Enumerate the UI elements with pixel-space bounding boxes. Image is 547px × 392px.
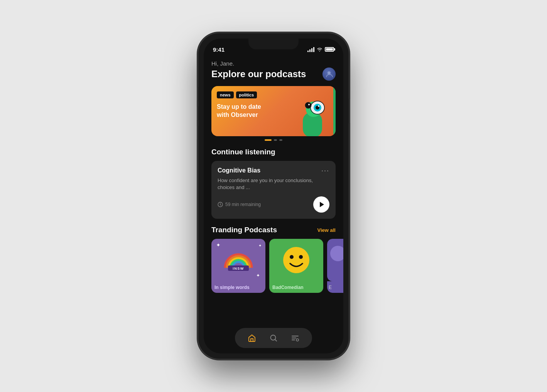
featured-card[interactable]: news politics Stay up to date with Obser… <box>211 86 336 136</box>
svg-point-13 <box>290 255 294 259</box>
insw-thumbnail: ✦ ✦ ✦ <box>211 239 265 281</box>
nav-pill <box>235 328 312 348</box>
status-icons <box>307 47 334 52</box>
view-all-button[interactable]: View all <box>317 227 336 233</box>
time-remaining: 59 min remaining <box>218 202 261 207</box>
explore-title-text: Explore our podcasts <box>211 69 306 79</box>
third-card-graphic <box>330 246 344 261</box>
podcast-description: How confident are you in your conclusion… <box>218 177 329 191</box>
play-button[interactable] <box>313 196 329 213</box>
featured-text-area: news politics Stay up to date with Obser… <box>211 86 289 136</box>
character-illustration <box>291 86 334 136</box>
svg-point-6 <box>318 105 319 107</box>
more-options-button[interactable]: ··· <box>321 167 329 174</box>
greeting-text: Hi, Jane. <box>211 60 336 67</box>
podcast-card-badcomedian[interactable]: BadComedian <box>269 239 323 293</box>
playlist-icon <box>291 334 299 342</box>
explore-title: Explore our podcasts <box>211 68 336 81</box>
listening-card[interactable]: Cognitive Bias ··· How confident are you… <box>211 161 336 219</box>
svg-point-7 <box>305 102 311 108</box>
clock-icon <box>218 202 223 207</box>
smiley-illustration <box>282 246 310 274</box>
tagline-line2: with Observer <box>217 112 258 118</box>
podcast-card-insw[interactable]: ✦ ✦ ✦ <box>211 239 265 293</box>
podcast-card-third[interactable]: E <box>327 239 343 293</box>
tag-news: news <box>217 91 234 98</box>
play-icon <box>320 202 324 207</box>
search-icon <box>269 334 278 342</box>
svg-point-12 <box>283 247 309 273</box>
third-card-label: E <box>329 285 332 290</box>
podcast-grid: ✦ ✦ ✦ <box>211 239 336 293</box>
svg-text:INSW: INSW <box>233 267 244 270</box>
screen-content: Hi, Jane. Explore our podcasts <box>204 56 343 353</box>
badcomedian-label: BadComedian <box>272 285 304 290</box>
nav-home-button[interactable] <box>245 331 259 345</box>
avatar <box>322 68 336 81</box>
dot-1 <box>265 139 272 141</box>
featured-content: news politics Stay up to date with Obser… <box>211 86 336 136</box>
carousel-dots <box>211 139 336 141</box>
svg-point-0 <box>328 71 331 74</box>
third-card-thumbnail <box>327 239 343 281</box>
notch <box>248 39 299 49</box>
listening-card-header: Cognitive Bias ··· <box>218 167 329 174</box>
dot-2 <box>274 139 277 141</box>
svg-point-8 <box>308 104 310 105</box>
rainbow-illustration: INSW <box>221 248 256 272</box>
continue-listening-title: Continue listening <box>211 148 336 156</box>
trending-header: Tranding Podcasts View all <box>211 226 336 234</box>
nav-search-button[interactable] <box>267 331 280 345</box>
svg-point-14 <box>299 255 303 259</box>
podcast-title: Cognitive Bias <box>218 167 260 174</box>
trending-title: Tranding Podcasts <box>211 226 277 234</box>
phone-mockup: 9:41 <box>198 33 349 359</box>
nav-playlist-button[interactable] <box>288 331 302 345</box>
featured-tagline: Stay up to date with Observer <box>217 103 284 119</box>
bottom-nav <box>204 326 343 353</box>
insw-content: ✦ ✦ ✦ <box>211 239 265 281</box>
status-time: 9:41 <box>213 46 225 53</box>
sparkle-tl: ✦ <box>216 242 221 248</box>
avatar-icon <box>325 70 333 78</box>
wifi-icon <box>317 47 322 52</box>
signal-icon <box>307 47 314 52</box>
phone-screen: 9:41 <box>204 39 343 353</box>
avatar-button[interactable] <box>322 68 336 81</box>
accent-bar <box>333 86 336 136</box>
home-icon <box>248 334 256 342</box>
featured-illustration <box>289 86 336 136</box>
tag-politics: politics <box>236 91 257 98</box>
listening-footer: 59 min remaining <box>218 196 329 213</box>
sparkle-tr: ✦ <box>258 243 262 248</box>
svg-point-16 <box>296 339 299 341</box>
dot-3 <box>279 139 282 141</box>
sparkle-br: ✦ <box>256 273 260 278</box>
battery-icon <box>325 47 334 52</box>
tag-row: news politics <box>217 91 284 98</box>
badcomedian-thumbnail <box>269 239 323 281</box>
insw-label: In simple words <box>214 285 250 290</box>
time-remaining-text: 59 min remaining <box>225 202 261 207</box>
scroll-area: Hi, Jane. Explore our podcasts <box>204 56 343 326</box>
phone-frame: 9:41 <box>198 33 349 359</box>
tagline-line1: Stay up to date <box>217 103 261 110</box>
